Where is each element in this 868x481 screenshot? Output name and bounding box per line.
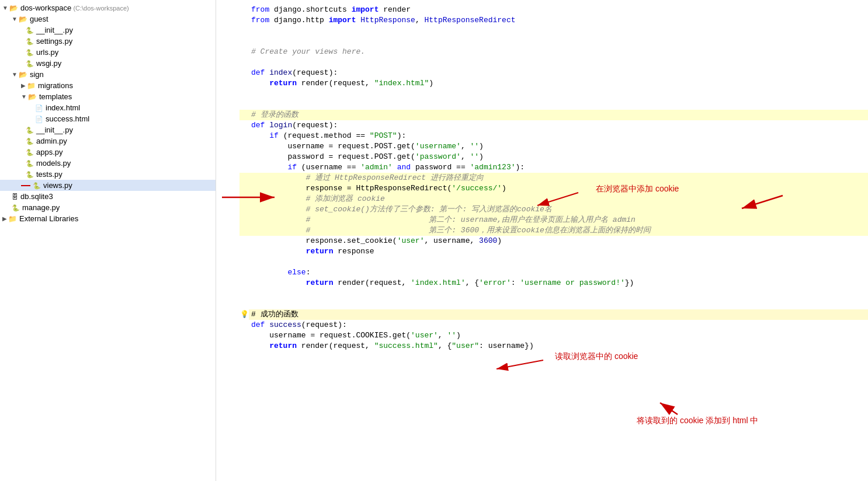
sidebar-item-label: External Libraries — [19, 214, 78, 223]
sidebar-item-apps[interactable]: apps.py — [0, 147, 216, 158]
expand-arrow: ▼ — [12, 16, 18, 22]
annotation-space — [216, 351, 868, 421]
sidebar-item-label: settings.py — [36, 37, 72, 46]
code-line: if (username == 'admin' and password == … — [216, 162, 868, 173]
folder-icon — [27, 81, 36, 90]
sidebar-item-label: success.html — [46, 114, 89, 123]
sidebar-item-migrations[interactable]: ▶ migrations — [0, 80, 216, 91]
sidebar-item-sign[interactable]: ▼ sign — [0, 69, 216, 80]
folder-open-icon — [28, 92, 37, 101]
sidebar-item-label: manage.py — [22, 203, 60, 212]
sidebar-item-label: models.py — [36, 159, 71, 168]
sidebar-item-settings[interactable]: settings.py — [0, 36, 216, 47]
file-py-icon — [26, 126, 34, 134]
sidebar-item-admin[interactable]: admin.py — [0, 135, 216, 147]
code-line: return render(request, "index.html") — [216, 78, 868, 89]
code-line-setcookie-comment1: # set_cookie()方法传了三个参数: 第一个: 写入浏览器的cooki… — [216, 204, 868, 215]
code-line — [216, 288, 868, 299]
sidebar-item-init-guest[interactable]: __init__.py — [0, 25, 216, 36]
file-py-icon — [26, 148, 34, 156]
code-line: from django.http import HttpResponse, Ht… — [216, 15, 868, 26]
code-line-response: response = HttpResponseRedirect('/succes… — [216, 183, 868, 194]
code-line-cookie-comment: # 添加浏览器 cookie — [216, 194, 868, 204]
code-line — [216, 299, 868, 309]
sidebar-item-tests[interactable]: tests.py — [0, 169, 216, 180]
code-line-cookies-get: username = request.COOKIES.get('user', '… — [216, 330, 868, 341]
file-py-icon — [26, 37, 34, 46]
sidebar-item-urls[interactable]: urls.py — [0, 47, 216, 58]
code-editor[interactable]: from django.shortcuts import render from… — [216, 0, 868, 481]
file-py-icon — [26, 26, 34, 34]
folder-open-icon — [19, 15, 27, 23]
file-py-icon — [33, 181, 41, 190]
sidebar-item-index-html[interactable]: index.html — [0, 102, 216, 113]
code-line: if (request.method == "POST"): — [216, 131, 868, 141]
sidebar-item-label: index.html — [46, 103, 80, 112]
sidebar-item-models[interactable]: models.py — [0, 158, 216, 169]
sidebar-item-label: templates — [39, 92, 72, 101]
code-line: # Create your views here. — [216, 47, 868, 57]
code-line-success-section: 💡 # 成功的函数 — [216, 309, 868, 320]
folder-icon — [8, 214, 17, 223]
sidebar-item-label: guest — [30, 15, 48, 23]
code-line-else: else: — [216, 267, 868, 278]
code-line-set-cookie: response.set_cookie('user', username, 36… — [216, 236, 868, 246]
sidebar-item-db[interactable]: db.sqlite3 — [0, 191, 216, 202]
folder-open-icon — [19, 70, 27, 79]
code-line-login-comment: # 登录的函数 — [216, 110, 868, 120]
workspace-path: (C:\dos-workspace) — [71, 5, 129, 12]
sidebar-item-wsgi[interactable]: wsgi.py — [0, 58, 216, 69]
sidebar-item-views[interactable]: views.py — [0, 180, 216, 191]
sidebar-item-label: wsgi.py — [36, 59, 61, 68]
file-py-icon — [26, 170, 34, 179]
sidebar-item-label: sign — [30, 70, 44, 79]
sidebar-label: dos-workspace — [20, 4, 71, 12]
code-line-render-error: return render(request, 'index.html', {'e… — [216, 278, 868, 288]
code-line — [216, 57, 868, 68]
sidebar-item-label: __init__.py — [36, 26, 73, 34]
expand-arrow: ▼ — [2, 5, 8, 11]
expand-arrow: ▶ — [21, 82, 26, 89]
code-line-render-success: return render(request, "success.html", {… — [216, 341, 868, 351]
code-line — [216, 36, 868, 47]
file-py-icon — [12, 203, 20, 212]
file-html-icon — [35, 103, 43, 112]
sidebar-item-guest[interactable]: ▼ guest — [0, 13, 216, 25]
file-py-icon — [26, 59, 34, 68]
code-line — [216, 26, 868, 36]
file-db-icon — [12, 192, 18, 201]
code-line: def login(request): — [216, 120, 868, 131]
sidebar-item-label: __init__.py — [36, 126, 73, 134]
sidebar-item-label: db.sqlite3 — [20, 192, 53, 201]
expand-arrow: ▶ — [2, 215, 7, 222]
expand-arrow: ▼ — [21, 93, 27, 100]
file-tree[interactable]: ▼ dos-workspace (C:\dos-workspace) ▼ gue… — [0, 0, 216, 481]
folder-open-icon — [9, 4, 18, 12]
code-line: from django.shortcuts import render — [216, 5, 868, 15]
sidebar-item-templates[interactable]: ▼ templates — [0, 91, 216, 102]
code-line-username: username = request.POST.get('username', … — [216, 141, 868, 152]
sidebar-item-label: urls.py — [36, 48, 58, 57]
code-line — [216, 89, 868, 99]
file-py-icon — [26, 137, 34, 145]
sidebar-item-label: admin.py — [36, 137, 67, 145]
code-line-setcookie-comment3: # 第三个: 3600，用来设置cookie信息在浏览器上面的保持的时间 — [216, 225, 868, 236]
expand-arrow: ▼ — [12, 71, 18, 78]
code-line-return-response: return response — [216, 246, 868, 257]
code-line-def-success: def success(request): — [216, 320, 868, 330]
sidebar-item-label: views.py — [43, 181, 72, 190]
code-content: from django.shortcuts import render from… — [216, 0, 868, 426]
sidebar-item-init-sign[interactable]: __init__.py — [0, 124, 216, 135]
file-html-icon — [35, 114, 43, 123]
arrow-indicator — [21, 185, 30, 186]
code-line — [216, 99, 868, 110]
sidebar-item-label: tests.py — [36, 170, 63, 179]
sidebar-item-external-libraries[interactable]: ▶ External Libraries — [0, 213, 216, 224]
bulb-icon: 💡 — [240, 309, 249, 320]
code-line: password = request.POST.get('password', … — [216, 152, 868, 162]
code-line: def index(request): — [216, 68, 868, 78]
code-line — [216, 257, 868, 267]
sidebar-item-manage[interactable]: manage.py — [0, 202, 216, 213]
sidebar-item-dos-workspace[interactable]: ▼ dos-workspace (C:\dos-workspace) — [0, 2, 216, 13]
sidebar-item-success-html[interactable]: success.html — [0, 113, 216, 124]
